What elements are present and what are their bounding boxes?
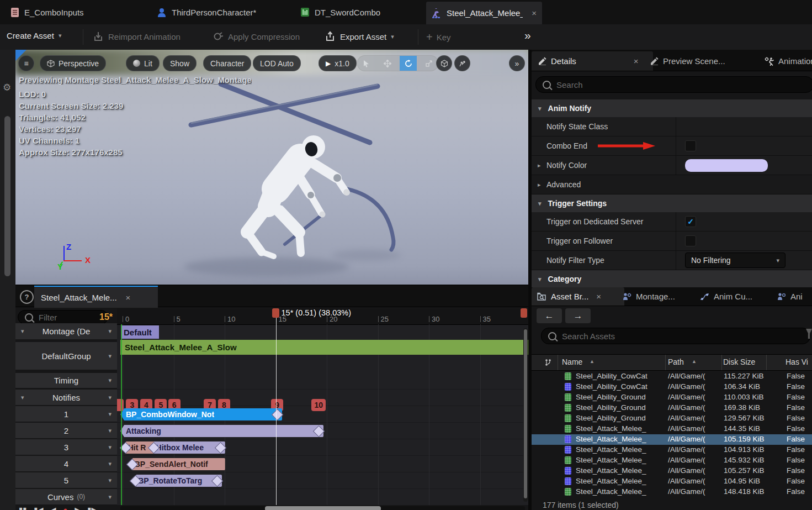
key-label: Key xyxy=(437,33,451,42)
track-row-4[interactable]: 4▾ xyxy=(15,456,117,471)
character-preview-render xyxy=(15,50,528,285)
track-row-curves[interactable]: Curves(0)▾ xyxy=(15,489,117,504)
asset-has-virtualized: False xyxy=(787,382,811,391)
transport-button[interactable]: ◀ xyxy=(50,506,56,510)
tab-e-comboinputs[interactable]: E_ComboInputs xyxy=(11,0,84,24)
record-button[interactable]: ● xyxy=(63,506,67,510)
notify-bar-attacking[interactable]: Attacking xyxy=(120,425,323,437)
character-menu-button[interactable]: Character xyxy=(203,55,251,71)
apply-compression-button[interactable]: Apply Compression xyxy=(213,31,300,42)
asset-count-status: 177 items (1 selected) xyxy=(543,501,619,509)
select-tool-button[interactable] xyxy=(358,56,375,71)
lit-mode-button[interactable]: Lit xyxy=(126,55,160,71)
world-coordinate-button[interactable] xyxy=(436,55,452,71)
notify-bar-bp-sendalert-notif[interactable]: BP_SendAlert_Notif xyxy=(129,458,225,470)
character-label: Character xyxy=(210,59,244,68)
asset-disk-size: 115.227 KiB xyxy=(724,372,766,380)
track-row-notifies[interactable]: ▾Notifies▾ xyxy=(15,390,117,405)
track-row-timing[interactable]: Timing▾ xyxy=(15,373,117,388)
asset-row[interactable]: Steel_Ability_CowCat/All/Game/(106.34 Ki… xyxy=(532,382,812,392)
chevron-down-icon[interactable]: ▾ xyxy=(108,477,112,484)
asset-row[interactable]: Steel_Attack_Melee_/All/Game/(104.95 KiB… xyxy=(532,476,812,487)
tab-dt-swordcombo[interactable]: DT_SwordCombo xyxy=(301,0,380,24)
asset-row[interactable]: Steel_Attack_Melee_/All/Game/(144.35 KiB… xyxy=(532,424,812,434)
playhead-marker[interactable] xyxy=(272,308,279,318)
montage-section-bar[interactable]: Steel_Attack_Melee_A_Slow xyxy=(120,340,528,355)
notify-bar-bp-combowindow-not[interactable]: BP_ComboWindow_Not xyxy=(120,408,282,420)
add-key-button[interactable]: + Key xyxy=(426,31,451,44)
chevron-down-icon[interactable]: ▾ xyxy=(108,444,112,451)
end-time-marker[interactable] xyxy=(521,308,527,318)
reimport-label: Reimport Animation xyxy=(108,32,181,41)
collapse-icon[interactable]: ▾ xyxy=(21,328,24,335)
chevron-down-icon[interactable]: ▾ xyxy=(108,377,112,384)
move-tool-button[interactable] xyxy=(379,56,396,71)
asset-row[interactable]: Steel_Attack_Melee_/All/Game/(105.159 Ki… xyxy=(532,434,812,445)
track-row-5[interactable]: 5▾ xyxy=(15,472,117,488)
scale-tool-button[interactable] xyxy=(421,56,438,71)
preview-viewport[interactable]: ≡ Perspective Lit Show Character LOD Aut… xyxy=(15,50,528,285)
track-row-defaultgroup[interactable]: DefaultGroup▾ xyxy=(15,342,117,370)
chevron-down-icon[interactable]: ▾ xyxy=(108,411,112,418)
notify-bar-bp-rotatetotarg[interactable]: BP_RotateToTarg xyxy=(132,475,222,487)
asset-disk-size: 106.34 KiB xyxy=(724,382,766,391)
timeline-vertical-scrollbar[interactable] xyxy=(523,328,528,502)
viewport-menu-button[interactable]: ≡ xyxy=(18,55,34,71)
chevron-down-icon[interactable]: ▾ xyxy=(108,328,112,335)
collapse-icon[interactable]: ▾ xyxy=(21,394,24,401)
chevron-down-icon[interactable]: ▾ xyxy=(108,427,112,434)
transport-button[interactable]: ▮▮ xyxy=(19,506,26,510)
montage-slot-chip[interactable]: Default xyxy=(121,325,159,339)
section-start-line xyxy=(121,324,122,505)
asset-name: Steel_Ability_CowCat xyxy=(576,382,664,391)
perspective-button[interactable]: Perspective xyxy=(40,55,106,71)
track-row-1[interactable]: 1▾ xyxy=(15,406,117,422)
rotate-tool-button-active[interactable] xyxy=(400,56,417,71)
gear-icon[interactable]: ⚙ xyxy=(3,82,11,93)
asset-disk-size: 104.913 KiB xyxy=(724,445,766,454)
chevron-down-icon[interactable]: ▾ xyxy=(108,353,112,360)
datatable-asset-icon xyxy=(301,8,309,17)
track-row-2[interactable]: 2▾ xyxy=(15,423,117,438)
asset-row[interactable]: Steel_Ability_Ground/All/Game/(110.003 K… xyxy=(532,392,812,403)
tab-thirdpersoncharacter[interactable]: ThirdPersonCharacter* xyxy=(157,0,256,24)
chevron-down-icon[interactable]: ▾ xyxy=(108,460,112,467)
viewport-stat-line: Vertices: 23,297 xyxy=(19,123,123,135)
timeline-tracks-area[interactable]: 05101520253035 Default Steel_Attack_Mele… xyxy=(117,308,528,505)
close-icon[interactable]: × xyxy=(126,293,131,302)
asset-name: Steel_Ability_Ground xyxy=(576,393,664,401)
viewport-overflow-chevron[interactable]: » xyxy=(509,55,525,71)
asset-row[interactable]: Steel_Attack_Melee_/All/Game/(148.418 Ki… xyxy=(532,487,812,497)
timing-marker-clipped[interactable] xyxy=(117,399,124,411)
export-asset-button[interactable]: Export Asset ▾ xyxy=(325,31,394,42)
chevron-down-icon[interactable]: ▾ xyxy=(108,394,112,401)
create-asset-button[interactable]: Create Asset ▾ xyxy=(7,31,61,40)
timing-marker-10[interactable]: 10 xyxy=(311,399,326,411)
asset-row[interactable]: Steel_Attack_Melee_/All/Game/(105.257 Ki… xyxy=(532,466,812,476)
left-strip-scrollbar[interactable] xyxy=(4,116,10,276)
transport-button[interactable]: ▮◀ xyxy=(34,506,43,510)
transport-button[interactable]: ▶ xyxy=(75,506,80,510)
track-row-montage-de[interactable]: ▾Montage (De▾ xyxy=(15,323,117,339)
chevron-down-icon[interactable]: ▾ xyxy=(108,493,112,501)
timeline-horizontal-scrollbar[interactable] xyxy=(120,506,525,510)
show-label: Show xyxy=(170,59,189,68)
toolbar-overflow-chevron[interactable]: » xyxy=(524,29,531,42)
playhead-line[interactable] xyxy=(276,318,277,505)
show-menu-button[interactable]: Show xyxy=(163,55,197,71)
asset-row[interactable]: Steel_Attack_Melee_/All/Game/(104.913 Ki… xyxy=(532,445,812,455)
playback-speed-button[interactable]: ▶ x1.0 xyxy=(319,55,357,71)
reimport-animation-button[interactable]: Reimport Animation xyxy=(93,31,181,42)
track-row-3[interactable]: 3▾ xyxy=(15,439,117,455)
asset-row[interactable]: Steel_Ability_Ground/All/Game/(169.38 Ki… xyxy=(532,403,812,413)
tab-steel-attack-melee-active[interactable]: Steel_Attack_Melee_A_... × xyxy=(426,2,542,24)
asset-row[interactable]: Steel_Ability_CowCat/All/Game/(115.227 K… xyxy=(532,371,812,382)
track-row-label: DefaultGroup xyxy=(41,351,91,361)
camera-speed-button[interactable] xyxy=(454,55,470,71)
track-row-label: Timing xyxy=(54,376,78,385)
asset-row[interactable]: Steel_Ability_Ground/All/Game/(129.567 K… xyxy=(532,413,812,424)
close-icon[interactable]: × xyxy=(532,8,537,18)
transport-button[interactable]: ▮▶ xyxy=(87,506,97,510)
asset-row[interactable]: Steel_Attack_Melee_/All/Game/(145.932 Ki… xyxy=(532,455,812,466)
lod-auto-button[interactable]: LOD Auto xyxy=(253,55,301,71)
